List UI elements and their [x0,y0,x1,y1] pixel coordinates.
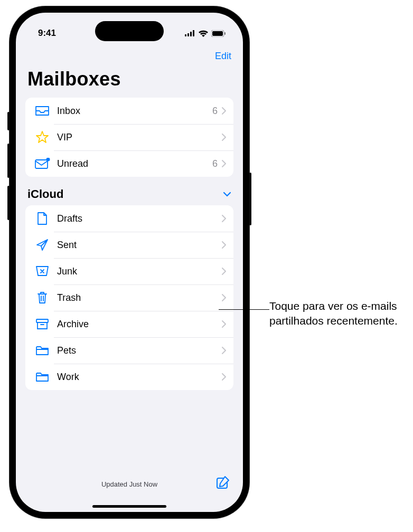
chevron-right-icon [222,160,226,167]
row-label: Unread [57,158,212,169]
svg-point-8 [46,158,50,162]
phone-frame: 9:41 Edit Mailbox [10,6,249,518]
mailbox-junk[interactable]: Junk [25,258,233,284]
mailbox-work[interactable]: Work [25,364,233,390]
svg-rect-7 [35,160,48,168]
row-label: VIP [57,132,222,143]
cellular-icon [185,30,195,36]
svg-rect-0 [185,34,186,36]
wifi-icon [199,30,208,37]
svg-rect-9 [36,319,48,322]
unread-icon [34,155,51,172]
chevron-right-icon [222,373,226,381]
screen: 9:41 Edit Mailbox [16,13,243,512]
chevron-right-icon [222,294,226,301]
mailbox-trash[interactable]: Trash [25,284,233,311]
chevron-down-icon [223,192,231,197]
sent-icon [34,236,51,253]
row-label: Work [57,372,222,383]
edit-button[interactable]: Edit [215,51,231,62]
junk-icon [34,263,51,280]
volume-down [7,186,10,220]
callout-text: Toque para ver os e-mails partilhados re… [269,299,407,329]
row-label: Archive [57,319,222,330]
battery-icon [211,30,226,37]
home-indicator[interactable] [92,505,166,508]
inbox-icon [34,102,51,119]
trash-icon [34,289,51,306]
section-title: iCloud [27,187,63,201]
row-label: Drafts [57,213,222,224]
svg-rect-2 [190,32,192,36]
mailbox-unread[interactable]: Unread 6 [25,150,233,177]
update-status: Updated Just Now [101,480,157,488]
svg-rect-1 [187,33,189,36]
row-label: Sent [57,240,222,251]
row-label: Pets [57,345,222,356]
chevron-right-icon [222,241,226,249]
row-count: 6 [212,106,218,117]
mailbox-drafts[interactable]: Drafts [25,205,233,232]
side-button [249,173,251,225]
chevron-right-icon [222,134,226,141]
mute-switch [7,112,10,130]
chevron-right-icon [222,215,226,222]
svg-rect-5 [212,31,223,36]
archive-icon [34,316,51,332]
row-label: Trash [57,292,222,303]
volume-up [7,144,10,178]
status-time: 9:41 [38,28,56,39]
page-title: Mailboxes [16,65,243,98]
mailbox-vip[interactable]: VIP [25,124,233,150]
chevron-right-icon [222,320,226,328]
row-count: 6 [212,158,218,169]
draft-icon [34,210,51,227]
chevron-right-icon [222,347,226,354]
callout-line [219,309,269,310]
icloud-list: Drafts Sent Junk [25,205,233,390]
chevron-right-icon [222,268,226,275]
mailbox-sent[interactable]: Sent [25,232,233,258]
compose-button[interactable] [215,475,230,492]
folder-icon [34,342,51,359]
star-icon [34,129,51,146]
row-label: Junk [57,266,222,277]
section-header-icloud[interactable]: iCloud [16,187,243,205]
dynamic-island [95,21,164,41]
svg-rect-6 [224,32,226,35]
favorites-list: Inbox 6 VIP [25,98,233,177]
chevron-right-icon [222,107,226,115]
folder-icon [34,368,51,385]
svg-rect-3 [193,30,194,36]
row-label: Inbox [57,106,212,117]
mailbox-archive[interactable]: Archive [25,311,233,337]
nav-bar: Edit [16,43,243,65]
status-icons [185,30,226,37]
mailbox-pets[interactable]: Pets [25,337,233,364]
mailbox-inbox[interactable]: Inbox 6 [25,98,233,124]
